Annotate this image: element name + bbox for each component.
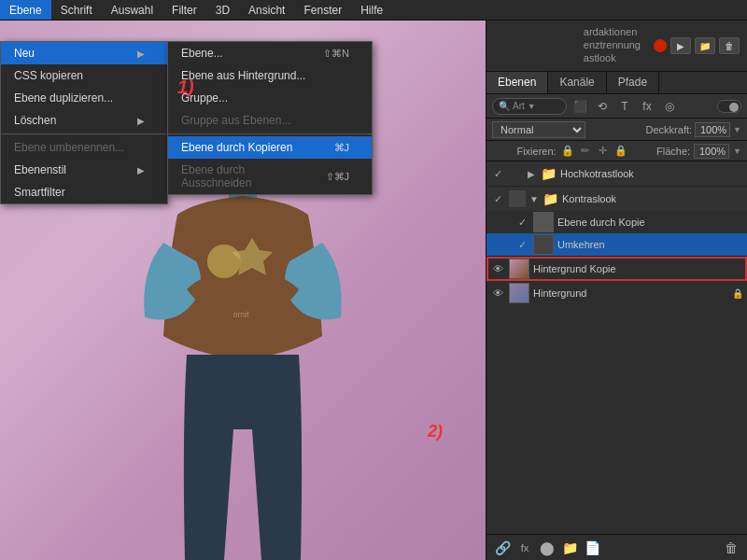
group-header-kontraslook[interactable]: ✓ ▼ 📁 Kontraslook	[486, 187, 747, 211]
layer-group-hochkotrastlook: ✓ ▶ 📁 Hochkotrastlook	[486, 161, 747, 187]
menu-item-duplizieren[interactable]: Ebene duplizieren...	[1, 87, 167, 109]
annotation-2: 2)	[428, 422, 443, 441]
opacity-dropdown-icon: ▼	[733, 125, 741, 134]
menu-item-aus-hintergrund[interactable]: Ebene aus Hintergrund...	[168, 64, 372, 87]
tab-ebenen[interactable]: Ebenen	[486, 72, 548, 93]
right-panel: ardaktionen enztrennung astlook ▶ 📁 🗑 Eb…	[486, 21, 747, 560]
menu-3d[interactable]: 3D	[206, 0, 239, 20]
opacity-label: Deckkraft:	[646, 124, 693, 135]
menu-item-umbenennen: Ebene umbenennen...	[1, 136, 167, 159]
record-button[interactable]	[654, 39, 667, 52]
link-icon[interactable]: 🔗	[494, 539, 511, 556]
search-dropdown-icon: ▼	[528, 102, 536, 111]
filter-icon-3[interactable]: T	[615, 98, 634, 115]
adjust-icon[interactable]: ⬤	[539, 539, 556, 556]
opacity-group: Deckkraft: 100% ▼	[646, 122, 741, 137]
lock-artboard-icon[interactable]: 🔒	[613, 144, 628, 159]
primary-menu: Neu ▶ CSS kopieren Ebene duplizieren... …	[0, 41, 168, 204]
visibility-ebene-kopie[interactable]: ✓	[514, 215, 529, 230]
menu-item-gruppe-aus-ebenen: Gruppe aus Ebenen...	[168, 109, 372, 132]
layer-umkehren[interactable]: ✓ Umkehren	[486, 233, 747, 256]
search-box[interactable]: 🔍 Art ▼	[492, 98, 567, 115]
main-layout: omit Neu ▶	[0, 21, 747, 560]
menu-item-smartfilter[interactable]: Smartfilter	[1, 181, 167, 203]
layers-bottom: 🔗 fx ⬤ 📁 📄 🗑	[486, 534, 747, 560]
blend-mode-select[interactable]: Normal	[492, 121, 585, 138]
panel-actions: ▶ 📁 🗑	[654, 37, 740, 54]
visibility-hintergrund[interactable]: 👁	[490, 286, 505, 301]
lock-pixels-icon[interactable]: ✏	[578, 144, 593, 159]
folder-button[interactable]: 📁	[695, 37, 715, 54]
trash-button[interactable]: 🗑	[719, 37, 740, 54]
svg-text:omit: omit	[233, 310, 249, 319]
fill-value[interactable]: 100%	[694, 144, 729, 159]
panel-top: ardaktionen enztrennung astlook ▶ 📁 🗑	[486, 21, 747, 72]
canvas-area: omit Neu ▶	[0, 21, 486, 560]
sidebar-link-3: astlook	[584, 52, 641, 63]
hintergrund-thumb	[509, 283, 529, 303]
sidebar-links: ardaktionen enztrennung astlook	[576, 22, 648, 69]
dropdown-overlay: Neu ▶ CSS kopieren Ebene duplizieren... …	[0, 41, 168, 204]
tab-kanaele[interactable]: Kanäle	[548, 72, 606, 93]
fill-dropdown-icon: ▼	[733, 147, 741, 156]
lock-position-icon[interactable]: ✛	[596, 144, 611, 159]
visibility-kontraslook[interactable]: ✓	[490, 191, 505, 206]
lock-all-icon[interactable]: 🔒	[560, 144, 575, 159]
hintergrund-lock-icon: 🔒	[732, 288, 743, 299]
delete-layer-icon[interactable]: 🗑	[723, 539, 740, 556]
visibility-hintergrund-kopie[interactable]: 👁	[490, 261, 505, 276]
ebene-kopie-thumb	[533, 212, 554, 232]
group-arrow-hochkotrastlook: ▶	[528, 169, 537, 179]
filter-icon-1[interactable]: ⬛	[571, 98, 589, 115]
visibility-hochkotrastlook[interactable]: ✓	[490, 166, 505, 181]
menu-item-durch-ausschneiden: Ebene durch Ausschneiden ⇧⌘J	[168, 159, 372, 194]
umkehren-thumb	[533, 234, 554, 255]
svg-point-2	[207, 245, 241, 278]
menu-item-ebenenstil[interactable]: Ebenenstil ▶	[1, 159, 167, 181]
menu-hilfe[interactable]: Hilfe	[351, 0, 392, 20]
tab-pfade[interactable]: Pfade	[607, 72, 659, 93]
sidebar-link-2: enztrennung	[584, 39, 641, 50]
group-folder-icon: 📁	[541, 166, 557, 181]
layer-name-hintergrund-kopie: Hintergrund Kopie	[533, 263, 743, 274]
ebenenstil-arrow: ▶	[137, 165, 145, 175]
menu-item-gruppe[interactable]: Gruppe...	[168, 87, 372, 109]
fixieren-label: Fixieren:	[516, 146, 556, 157]
menu-auswahl[interactable]: Auswahl	[102, 0, 162, 20]
layer-name-ebene-kopie: Ebene durch Kopie	[557, 217, 743, 228]
layer-name-hintergrund: Hintergrund	[533, 287, 728, 299]
visibility-umkehren[interactable]: ✓	[514, 237, 529, 252]
layer-hintergrund-kopie[interactable]: 👁 Hintergrund Kopie	[486, 257, 747, 281]
menu-item-neu[interactable]: Neu ▶	[1, 42, 167, 64]
group-header-hochkotrastlook[interactable]: ✓ ▶ 📁 Hochkotrastlook	[486, 161, 747, 186]
layer-ebene-durch-kopie[interactable]: ✓ Ebene durch Kopie	[486, 211, 747, 233]
menu-ebene[interactable]: Ebene	[0, 0, 51, 20]
layer-group-kontraslook: ✓ ▼ 📁 Kontraslook ✓ Ebene durch Kopie	[486, 187, 747, 257]
group-folder-icon-2: 📁	[543, 191, 558, 206]
menu-item-loeschen[interactable]: Löschen ▶	[1, 109, 167, 132]
secondary-menu: Ebene... ⇧⌘N Ebene aus Hintergrund... Gr…	[167, 41, 373, 195]
menu-item-ebene[interactable]: Ebene... ⇧⌘N	[168, 42, 372, 64]
menu-fenster[interactable]: Fenster	[294, 0, 351, 20]
menu-filter[interactable]: Filter	[162, 0, 206, 20]
bottom-icons-left: 🔗 fx ⬤ 📁 📄	[494, 539, 600, 556]
sidebar-link-1: ardaktionen	[584, 26, 641, 37]
group-name-kontraslook: Kontraslook	[562, 193, 743, 204]
fill-label: Fläche:	[656, 146, 690, 157]
filter-icon-2[interactable]: ⟲	[593, 98, 612, 115]
opacity-value[interactable]: 100%	[695, 122, 730, 137]
filter-icon-5[interactable]: ◎	[660, 98, 679, 115]
hintergrund-kopie-thumb	[509, 259, 529, 279]
menu-ansicht[interactable]: Ansicht	[239, 0, 294, 20]
kopieren-shortcut: ⌘J	[334, 142, 350, 154]
filter-icon-4[interactable]: fx	[638, 98, 656, 115]
filter-toggle[interactable]	[717, 100, 741, 113]
menu-schrift[interactable]: Schrift	[51, 0, 102, 20]
group-icon[interactable]: 📁	[561, 539, 578, 556]
menu-item-durch-kopieren[interactable]: Ebene durch Kopieren ⌘J	[168, 136, 372, 159]
menu-item-css[interactable]: CSS kopieren	[1, 64, 167, 87]
fx-icon[interactable]: fx	[516, 539, 533, 556]
play-button[interactable]: ▶	[670, 37, 691, 54]
new-layer-icon[interactable]: 📄	[584, 539, 600, 556]
layer-hintergrund[interactable]: 👁 Hintergrund 🔒	[486, 281, 747, 305]
